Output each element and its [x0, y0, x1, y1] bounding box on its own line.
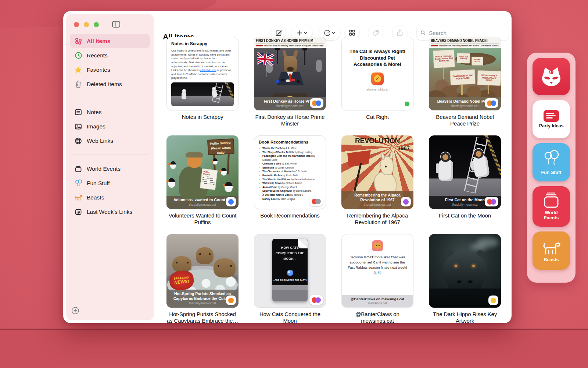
capybara: [214, 258, 236, 277]
close-button[interactable]: [74, 22, 79, 27]
balloons-icon: [74, 179, 82, 187]
tag-icon: [372, 29, 379, 36]
dog-icon: [542, 239, 561, 256]
add-item-button[interactable]: [71, 306, 80, 316]
card-beavers[interactable]: BEAVERS DEMAND NOBEL PEACE P Industrious…: [429, 37, 501, 110]
card-first-cat-moon[interactable]: First Cat on the Moon thedailymeow.cat: [429, 135, 501, 209]
tray-stack-icon: [542, 192, 560, 209]
note-title: Book Recommendations: [259, 140, 322, 144]
tag-badge: [485, 98, 498, 108]
item-caption: Book Recommendations: [254, 212, 326, 219]
sidebar-item-beasts[interactable]: Beasts: [70, 190, 150, 205]
sidebar-item-label: Web Links: [87, 138, 113, 144]
calendar-icon: [74, 208, 82, 216]
sidebar-item-deleted-items[interactable]: Deleted Items: [70, 77, 150, 91]
sidebar-item-last-weeks-links[interactable]: Last Week's Links: [70, 205, 150, 219]
chevron-down-icon: [332, 32, 335, 34]
app-window: All Items Recents Favorites: [63, 11, 512, 323]
dock-tile-party-ideas[interactable]: Party Ideas: [533, 100, 570, 138]
share-icon: [397, 29, 403, 36]
item-caption: Beavers Demand Nobel Peace Prize: [429, 114, 501, 127]
grid-cell: Book Recommendations Winnie the Pooh by …: [254, 135, 326, 234]
item-caption: The Dark Hippo Rises Key Artwork: [429, 311, 501, 323]
dog-icon: [74, 194, 82, 202]
cat-emoji-avatar: [372, 240, 383, 251]
item-caption: Cat Right: [341, 114, 413, 120]
page-curl: [298, 239, 308, 248]
sidebar-toggle-icon[interactable]: [110, 20, 120, 29]
shortcut-dock: Party Ideas Fun Stuff World Events Beast…: [527, 53, 576, 283]
sidebar-item-images[interactable]: Images: [70, 119, 150, 134]
item-caption: @BanterClaws on mewsings.cat: [341, 311, 413, 323]
card-first-donkey[interactable]: FIRST DONKEY AS HORSE PRIME M Historic d…: [254, 37, 326, 110]
card-alpaca-revolution[interactable]: REVOLUTION 1967 Remembering the Alpaca R…: [341, 135, 413, 209]
item-caption: First Cat on the Moon: [429, 212, 501, 219]
grid-cell: First Cat on the Moon thedailymeow.cat F…: [429, 135, 501, 234]
link-source: alwaysright.cat: [366, 88, 388, 91]
poster-year: 1967: [398, 145, 410, 151]
clickable-text-link[interactable]: clickable text: [200, 68, 216, 72]
wallpaper-floor: [0, 329, 588, 368]
traffic-lights: [74, 22, 99, 27]
grid-cell: BEAVERS DEMAND NOBEL PEACE P Industrious…: [429, 37, 501, 135]
sidebar-item-fun-stuff[interactable]: Fun Stuff: [70, 176, 150, 190]
card-cat-right[interactable]: The Cat is Always Right! Discounted Pet …: [341, 37, 413, 110]
sidebar-nav: All Items Recents Favorites: [70, 34, 150, 219]
astronaut-cat: [438, 160, 453, 181]
plus-icon: [297, 30, 303, 36]
tag-dot-green: [405, 102, 409, 106]
tag-badge: [310, 98, 323, 108]
grid-cell: BREAKING NEWS! Hot-Spring Purists Shocke…: [166, 234, 239, 323]
minimize-button[interactable]: [84, 22, 89, 27]
dock-tile-scrappy-app[interactable]: [533, 58, 570, 95]
card-capybaras[interactable]: BREAKING NEWS! Hot-Spring Purists Shocke…: [166, 234, 239, 308]
sidebar-item-all-items[interactable]: All Items: [70, 34, 150, 48]
card-notes-in-scrappy[interactable]: Notes in Scrappy Use notes to collect te…: [166, 37, 239, 110]
sidebar-item-label: Fun Stuff: [87, 180, 110, 187]
sidebar-item-recents[interactable]: Recents: [70, 48, 150, 63]
dock-tile-beasts[interactable]: Beasts: [533, 231, 570, 270]
card-puffins[interactable]: Puffin Survey: Please Count Daily! Puffi…: [166, 135, 239, 209]
sidebar-item-label: Deleted Items: [87, 81, 122, 88]
note-body: Use notes to collect text, links, images…: [171, 49, 234, 80]
post-text: Jackson GOAT more like! That was sooooo …: [347, 255, 408, 275]
item-caption: Remembering the Alpaca Revolution of 196…: [341, 212, 413, 226]
clipboard: Puffin Census: [200, 169, 218, 190]
sidebar-item-notes[interactable]: Notes: [70, 105, 150, 119]
card-banterclaws-post[interactable]: Jackson GOAT more like! That was sooooo …: [341, 234, 413, 308]
tag-badge: [401, 197, 411, 206]
sidebar-item-world-events[interactable]: World Events: [70, 162, 150, 176]
sidebar-item-label: Images: [87, 123, 105, 130]
earth-image: [287, 270, 293, 276]
item-caption: Notes in Scrappy: [166, 114, 239, 120]
card-moon-book[interactable]: HOW CATS CONQUERED THE MOON... ...AND DI…: [254, 234, 326, 308]
item-caption: How Cats Conquered the Moon: [254, 311, 326, 323]
scrapbook-dots-icon: [74, 37, 82, 45]
grid-cell: Jackson GOAT more like! That was sooooo …: [341, 234, 413, 323]
star-icon: [74, 66, 82, 74]
book-list: Winnie the Pooh by A.A. Milne The Story …: [259, 146, 322, 201]
dock-tile-world-events[interactable]: World Events: [533, 186, 570, 227]
sidebar-item-web-links[interactable]: Web Links: [70, 134, 150, 148]
grid-cell: Notes in Scrappy Use notes to collect te…: [166, 37, 239, 135]
sidebar-item-favorites[interactable]: Favorites: [70, 63, 150, 77]
grid-cell: HOW CATS CONQUERED THE MOON... ...AND DI…: [254, 234, 326, 323]
note-card-icon: [544, 110, 559, 122]
newspaper-header: FIRST DONKEY AS HORSE PRIME M Historic d…: [254, 37, 326, 48]
items-grid: Notes in Scrappy Use notes to collect te…: [166, 37, 501, 323]
sidebar: All Items Recents Favorites: [66, 14, 154, 320]
tag-badge: [488, 296, 498, 305]
capybara: [172, 256, 191, 272]
dock-tile-fun-stuff[interactable]: Fun Stuff: [533, 143, 570, 181]
item-caption: First Donkey as Horse Prime Minster: [254, 114, 326, 127]
card-book-recommendations[interactable]: Book Recommendations Winnie the Pooh by …: [254, 135, 326, 209]
card-dark-hippo[interactable]: [429, 234, 501, 308]
sidebar-item-label: World Events: [87, 166, 121, 172]
search-input[interactable]: [428, 29, 505, 36]
puffin-sign: Puffin Survey: Please Count Daily!: [207, 138, 234, 155]
tag-badge: [485, 197, 498, 206]
desktop: All Items Recents Favorites: [0, 0, 588, 368]
sidebar-item-label: Recents: [87, 52, 108, 59]
photo-icon: [74, 123, 82, 131]
zoom-button[interactable]: [94, 22, 99, 27]
